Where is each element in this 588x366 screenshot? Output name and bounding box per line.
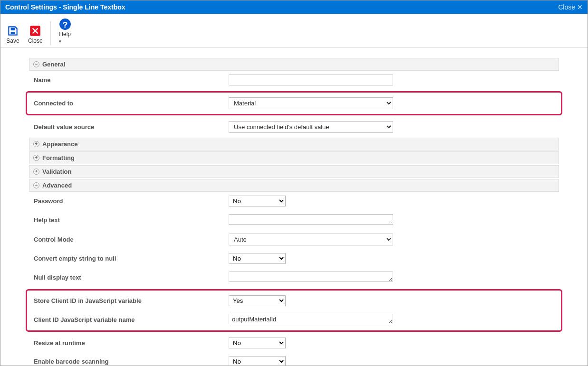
null-textarea[interactable]: [229, 272, 393, 282]
mode-select[interactable]: Auto: [229, 234, 393, 245]
default-select[interactable]: Use connected field's default value: [229, 121, 393, 133]
barcode-label: Enable barcode scanning: [34, 358, 229, 365]
mode-label: Control Mode: [34, 236, 229, 243]
save-icon: [6, 24, 19, 38]
content-area: − General Name Connected to Material Def…: [0, 47, 588, 366]
connected-label: Connected to: [34, 100, 229, 107]
var-textarea[interactable]: outputMaterialId: [229, 314, 393, 324]
row-convert: Convert empty string to null No: [29, 249, 559, 268]
row-name: Name: [29, 71, 559, 89]
expand-icon: +: [33, 169, 39, 175]
store-label: Store Client ID in JavaScript variable: [34, 297, 229, 304]
name-label: Name: [34, 76, 229, 84]
toolbar: Save Close ? Help▾: [0, 14, 588, 47]
barcode-select[interactable]: No: [229, 356, 286, 366]
toolbar-separator: [50, 21, 51, 45]
default-label: Default value source: [34, 123, 229, 131]
close-icon: ✕: [577, 3, 583, 11]
row-barcode: Enable barcode scanning No: [29, 352, 559, 366]
help-textarea[interactable]: [229, 214, 393, 225]
section-general[interactable]: − General: [29, 58, 559, 71]
password-select[interactable]: No: [229, 196, 286, 206]
help-label: Help text: [34, 216, 229, 224]
chevron-down-icon: ▾: [59, 39, 61, 44]
highlight-clientid: Store Client ID in JavaScript variable Y…: [26, 289, 562, 332]
row-mode: Control Mode Auto: [29, 230, 559, 249]
close-button[interactable]: Close: [26, 23, 45, 45]
convert-select[interactable]: No: [229, 253, 286, 264]
svg-text:?: ?: [62, 20, 67, 29]
convert-label: Convert empty string to null: [34, 255, 229, 262]
window-title: Control Settings - Single Line Textbox: [5, 3, 125, 11]
row-null: Null display text: [29, 268, 559, 287]
connected-select[interactable]: Material: [229, 97, 393, 109]
null-label: Null display text: [34, 274, 229, 281]
save-button[interactable]: Save: [4, 23, 21, 45]
section-appearance[interactable]: + Appearance: [29, 138, 559, 150]
store-select[interactable]: Yes: [229, 295, 286, 306]
titlebar-close-button[interactable]: Close ✕: [558, 3, 583, 11]
resize-select[interactable]: No: [229, 338, 286, 348]
row-store: Store Client ID in JavaScript variable Y…: [29, 291, 559, 310]
row-var: Client ID JavaScript variable name outpu…: [29, 310, 559, 329]
row-default: Default value source Use connected field…: [29, 117, 559, 137]
help-icon: ?: [58, 18, 72, 31]
expand-icon: +: [33, 155, 39, 161]
highlight-connected: Connected to Material: [26, 91, 562, 115]
section-validation[interactable]: + Validation: [29, 165, 559, 178]
var-label: Client ID JavaScript variable name: [34, 316, 229, 323]
password-label: Password: [34, 197, 229, 205]
collapse-icon: −: [33, 182, 39, 188]
collapse-icon: −: [33, 61, 39, 67]
row-help: Help text: [29, 210, 559, 230]
close-icon-box: [29, 24, 42, 38]
row-connected: Connected to Material: [29, 94, 559, 113]
row-resize: Resize at runtime No: [29, 334, 559, 352]
section-formatting[interactable]: + Formatting: [29, 151, 559, 164]
titlebar: Control Settings - Single Line Textbox C…: [0, 0, 588, 14]
section-advanced[interactable]: − Advanced: [29, 179, 559, 192]
name-input[interactable]: [229, 75, 393, 85]
expand-icon: +: [33, 141, 39, 147]
resize-label: Resize at runtime: [34, 339, 229, 347]
row-password: Password No: [29, 192, 559, 210]
help-button[interactable]: ? Help▾: [57, 17, 74, 45]
